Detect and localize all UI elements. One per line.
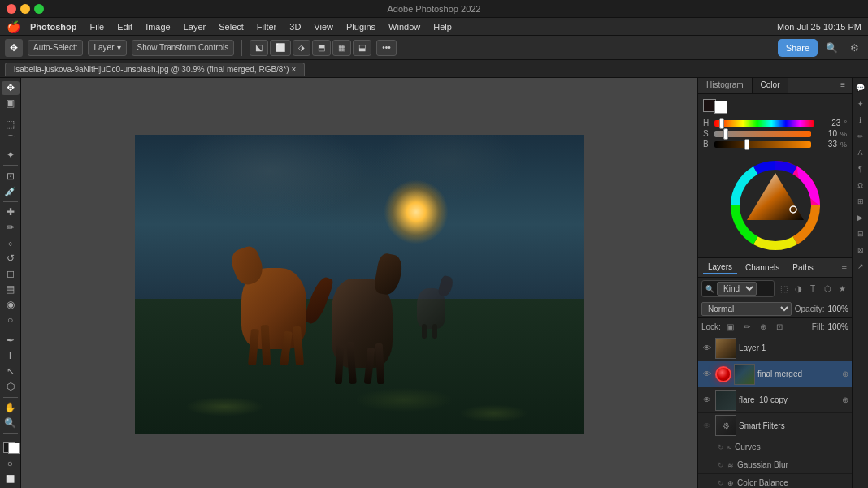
bri-slider[interactable] (714, 141, 811, 148)
paragraph-btn[interactable]: ¶ (854, 162, 867, 175)
align-center-h[interactable]: ⬜ (270, 40, 291, 56)
tab-layers[interactable]: Layers (703, 261, 737, 274)
brush-settings-btn[interactable]: ✏ (854, 130, 867, 143)
layer-options-flare10copy[interactable]: ⊕ (842, 395, 848, 404)
table-btn[interactable]: ⊞ (854, 195, 867, 208)
minimize-button[interactable] (20, 4, 30, 14)
layer-options-final[interactable]: ⊕ (842, 369, 848, 378)
blur-tool[interactable]: ◉ (2, 297, 20, 311)
menu-filter[interactable]: Filter (251, 20, 282, 33)
lock-position-icon[interactable]: ⊡ (773, 320, 786, 333)
more-options[interactable]: ••• (376, 40, 397, 56)
screen-mode-btn[interactable]: ⬜ (2, 473, 20, 486)
zoom-tool[interactable]: 🔍 (2, 416, 20, 430)
healing-tool[interactable]: ✚ (2, 205, 20, 219)
filter-type-icon[interactable]: T (806, 283, 819, 296)
menu-plugins[interactable]: Plugins (341, 20, 381, 33)
align-top[interactable]: ⬒ (312, 40, 331, 56)
apple-menu[interactable]: 🍎 (7, 20, 20, 33)
eyedropper-tool[interactable]: 💉 (2, 184, 20, 198)
quick-mask-btn[interactable]: ⊙ (2, 457, 20, 471)
lock-paint-icon[interactable]: ✏ (740, 320, 753, 333)
file-tab[interactable]: isabella-juskova-9aNltHjuOc0-unsplash.jp… (5, 63, 305, 76)
menu-help[interactable]: Help (427, 20, 458, 33)
menu-layer[interactable]: Layer (178, 20, 212, 33)
align-center-v[interactable]: ▦ (332, 40, 351, 56)
canvas-area[interactable] (21, 78, 697, 488)
align-left[interactable]: ⬕ (250, 40, 268, 56)
show-transform-btn[interactable]: Show Transform Controls (132, 40, 235, 56)
shape-tool[interactable]: ⬡ (2, 380, 20, 394)
move-tool-options[interactable]: ✥ (5, 39, 23, 57)
layer-item-flare10copy[interactable]: 👁 flare_10 copy ⊕ (698, 387, 852, 413)
menu-image[interactable]: Image (140, 20, 176, 33)
bg-swatch[interactable] (714, 101, 727, 114)
close-button[interactable] (7, 4, 16, 14)
layer-visibility-layer1[interactable]: 👁 (701, 343, 713, 354)
hue-thumb[interactable] (719, 118, 724, 129)
share-button[interactable]: Share (778, 39, 818, 57)
stamp-tool[interactable]: ⬦ (2, 236, 20, 250)
layer-item-smart-filters[interactable]: 👁 ⚙ Smart Filters (698, 413, 852, 438)
layer-item-layer1[interactable]: 👁 Layer 1 (698, 335, 852, 361)
font-btn[interactable]: A (854, 146, 867, 159)
filter-pixel-icon[interactable]: ⬚ (777, 283, 790, 296)
menu-file[interactable]: File (84, 20, 110, 33)
auto-select-toggle[interactable]: Auto-Select: (28, 40, 83, 56)
bri-thumb[interactable] (744, 139, 749, 150)
eraser-tool[interactable]: ◻ (2, 267, 20, 281)
filter-adjust-icon[interactable]: ◑ (792, 283, 805, 296)
align-right[interactable]: ⬗ (293, 40, 310, 56)
dodge-tool[interactable]: ○ (2, 313, 20, 326)
text-tool[interactable]: T (2, 349, 20, 363)
menu-select[interactable]: Select (213, 20, 250, 33)
lasso-tool[interactable]: ⌒ (2, 133, 20, 147)
path-select-tool[interactable]: ↖ (2, 365, 20, 378)
search-button[interactable]: 🔍 (822, 39, 840, 57)
panel-menu-icon[interactable]: ≡ (834, 78, 852, 93)
maximize-button[interactable] (34, 4, 44, 14)
gradient-tool[interactable]: ▤ (2, 282, 20, 296)
menu-edit[interactable]: Edit (111, 20, 138, 33)
compass-btn[interactable]: ✦ (854, 97, 867, 110)
timeline-btn[interactable]: ▶ (854, 211, 867, 224)
crop-tool[interactable]: ⊡ (2, 169, 20, 183)
layer-item-final-merged[interactable]: 👁 final merged ⊕ (698, 361, 852, 387)
artboard-tool[interactable]: ▣ (2, 97, 20, 110)
columns-btn[interactable]: ⊠ (854, 244, 867, 257)
layer-visibility-final[interactable]: 👁 (701, 369, 713, 380)
blend-mode-select[interactable]: Normal (701, 302, 792, 316)
tab-channels[interactable]: Channels (740, 261, 784, 274)
align-bottom[interactable]: ⬓ (353, 40, 371, 56)
sat-slider[interactable] (714, 131, 811, 137)
export-btn[interactable]: ↗ (854, 260, 867, 273)
sub-layer-gaussian-blur[interactable]: ↻ ≋ Gaussian Blur (698, 456, 852, 474)
lock-artboard-icon[interactable]: ⊕ (757, 320, 770, 333)
comments-btn[interactable]: 💬 (854, 81, 867, 94)
background-color[interactable] (8, 443, 20, 454)
tab-color[interactable]: Color (753, 78, 789, 93)
menu-window[interactable]: Window (383, 20, 426, 33)
tab-paths[interactable]: Paths (788, 261, 818, 274)
marquee-tool[interactable]: ⬚ (2, 118, 20, 132)
filter-smart-icon[interactable]: ★ (835, 283, 848, 296)
filter-shape-icon[interactable]: ⬡ (821, 283, 834, 296)
glyphs-btn[interactable]: Ω (854, 179, 867, 192)
layer-visibility-flare10copy[interactable]: 👁 (701, 395, 713, 406)
sat-thumb[interactable] (723, 128, 728, 140)
brush-tool[interactable]: ✏ (2, 221, 20, 235)
sub-layer-curves[interactable]: ↻ ≈ Curves (698, 438, 852, 456)
layers-menu-icon[interactable]: ≡ (842, 263, 847, 273)
layer-visibility-smart1[interactable]: 👁 (701, 420, 713, 431)
tab-histogram[interactable]: Histogram (698, 78, 753, 93)
magic-wand-tool[interactable]: ✦ (2, 149, 20, 162)
settings-button[interactable]: ⚙ (845, 39, 863, 57)
data-btn[interactable]: ⊟ (854, 227, 867, 240)
menu-photoshop[interactable]: Photoshop (24, 20, 82, 33)
kind-select[interactable]: Kind (717, 282, 757, 296)
layers-search[interactable]: 🔍 Kind (701, 280, 775, 297)
color-wheel-container[interactable] (698, 153, 852, 257)
layer-select-dropdown[interactable]: Layer ▾ (88, 40, 126, 56)
color-wheel[interactable] (727, 157, 824, 254)
menu-3d[interactable]: 3D (284, 20, 306, 33)
